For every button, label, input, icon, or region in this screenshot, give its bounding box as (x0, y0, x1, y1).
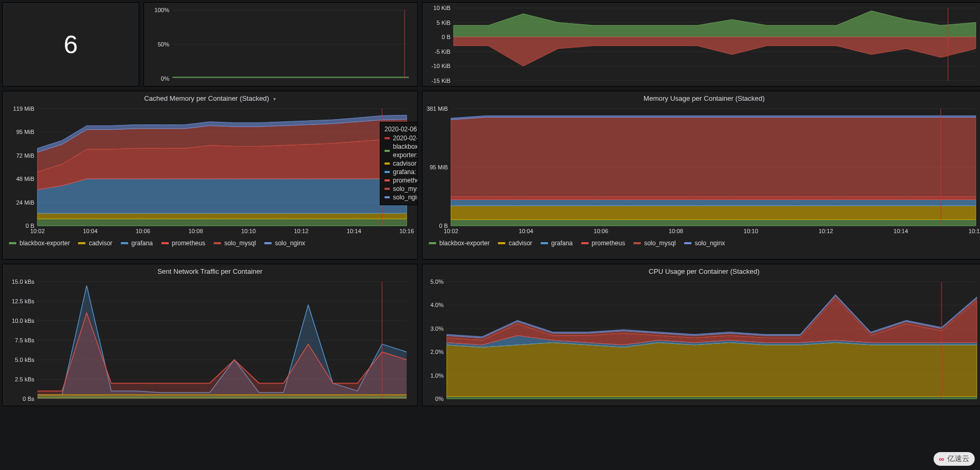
legend-label: blackbox-exporter (439, 239, 489, 247)
legend-label: solo_nginx (695, 239, 725, 247)
chart-cpu-usage: 0%1.0%2.0%3.0%4.0%5.0% (425, 279, 980, 402)
panel-memory-usage[interactable]: Memory Usage per Container (Stacked) 0 B… (422, 91, 980, 260)
chart-cached-memory: 0 B24 MiB48 MiB72 MiB95 MiB119 MiB10:021… (5, 105, 415, 237)
legend-swatch (9, 242, 16, 244)
tooltip-row: grafana:35.2 MiB (385, 168, 418, 176)
legend-swatch (121, 242, 128, 244)
panel-title: Sent Network Traffic per Container (5, 266, 415, 279)
svg-text:10:08: 10:08 (188, 228, 203, 234)
svg-text:3.0%: 3.0% (430, 325, 444, 332)
legend-label: prometheus (592, 239, 625, 247)
title-text: Cached Memory per Container (Stacked) (144, 94, 269, 102)
title-text: CPU Usage per Container (Stacked) (649, 267, 760, 275)
svg-text:48 MiB: 48 MiB (16, 176, 34, 182)
panel-title: CPU Usage per Container (Stacked) (425, 266, 980, 279)
panel-top-center[interactable]: 0%50%100% (143, 2, 418, 87)
tooltip-swatch (385, 196, 390, 198)
legend-swatch (541, 242, 548, 244)
legend-item-cadvisor[interactable]: cadvisor (498, 239, 532, 247)
svg-text:10:16: 10:16 (399, 228, 414, 234)
legend-item-solo_nginx[interactable]: solo_nginx (264, 239, 305, 247)
svg-text:5.0%: 5.0% (430, 279, 444, 285)
svg-text:0%: 0% (435, 396, 444, 402)
legend-item-solo_mysql[interactable]: solo_mysql (633, 239, 676, 247)
svg-text:10:12: 10:12 (819, 228, 833, 234)
svg-text:-15 KiB: -15 KiB (431, 78, 450, 84)
tooltip-series-name: cadvisor: (393, 159, 418, 168)
svg-text:10.0 kBs: 10.0 kBs (12, 318, 34, 324)
legend-swatch (214, 242, 221, 244)
legend-swatch (78, 242, 85, 244)
legend-item-solo_mysql[interactable]: solo_mysql (214, 239, 256, 247)
legend-swatch (161, 242, 169, 244)
svg-text:119 MiB: 119 MiB (13, 105, 34, 112)
legend-swatch (429, 242, 436, 244)
legend-item-grafana[interactable]: grafana (541, 239, 573, 247)
svg-text:5.0 kBs: 5.0 kBs (15, 357, 34, 363)
svg-text:10:06: 10:06 (594, 228, 609, 234)
svg-text:7.5 kBs: 7.5 kBs (15, 337, 34, 343)
svg-text:95 MiB: 95 MiB (16, 129, 34, 135)
svg-text:2.0%: 2.0% (430, 349, 444, 355)
legend-label: blackbox-exporter (20, 239, 70, 247)
svg-text:10:12: 10:12 (294, 228, 309, 234)
panel-top-right[interactable]: -15 KiB-10 KiB-5 KiB0 B5 KiB10 KiB (422, 2, 980, 87)
single-stat-value: 6 (5, 5, 137, 84)
chart-sent-traffic: 0 Bs2.5 kBs5.0 kBs7.5 kBs10.0 kBs12.5 kB… (5, 279, 415, 402)
svg-text:0 Bs: 0 Bs (23, 396, 35, 402)
legend-label: solo_mysql (224, 239, 256, 247)
svg-text:-10 KiB: -10 KiB (431, 63, 450, 69)
legend-item-grafana[interactable]: grafana (121, 239, 153, 247)
svg-text:24 MiB: 24 MiB (16, 199, 34, 206)
legend-label: cadvisor (89, 239, 112, 247)
tooltip-series-name: solo_mysql: (393, 185, 418, 193)
tooltip-series-name: blackbox-exporter: (393, 142, 418, 159)
svg-text:15.0 kBs: 15.0 kBs (12, 279, 34, 285)
legend-item-prometheus[interactable]: prometheus (581, 239, 625, 247)
legend-label: solo_mysql (644, 239, 676, 247)
svg-text:10:14: 10:14 (893, 228, 908, 234)
legend-swatch (684, 242, 691, 244)
tooltip: 2020-02-06 10:15:00 2020-02-06 10:14:30 … (380, 122, 418, 205)
tooltip-row: prometheus:39.5 MiB (385, 176, 418, 185)
svg-text:10:10: 10:10 (241, 228, 256, 234)
svg-text:1.0%: 1.0% (430, 372, 444, 379)
panel-cached-memory[interactable]: Cached Memory per Container (Stacked) ▾ … (2, 91, 418, 260)
tooltip-row: blackbox-exporter:7.0 MiB (385, 142, 418, 159)
chevron-down-icon[interactable]: ▾ (271, 96, 276, 102)
tooltip-swatch (385, 179, 390, 181)
svg-text:10:02: 10:02 (30, 228, 45, 234)
legend-label: cadvisor (508, 239, 532, 247)
tooltip-series-name: prometheus: (393, 176, 418, 185)
svg-text:100%: 100% (155, 7, 169, 13)
tooltip-series-name: grafana: (393, 168, 418, 176)
tooltip-series-name: solo_nginx: (393, 193, 418, 202)
legend-swatch (498, 242, 505, 244)
legend-item-blackbox-exporter[interactable]: blackbox-exporter (9, 239, 70, 247)
legend-swatch (581, 242, 589, 244)
legend-item-cadvisor[interactable]: cadvisor (78, 239, 112, 247)
legend-item-prometheus[interactable]: prometheus (161, 239, 205, 247)
title-text: Memory Usage per Container (Stacked) (643, 94, 765, 102)
tooltip-row: cadvisor:5.7 MiB (385, 159, 418, 168)
svg-text:10:16: 10:16 (968, 228, 980, 234)
svg-text:381 MiB: 381 MiB (427, 105, 448, 112)
tooltip-swatch (385, 171, 390, 173)
svg-text:10:02: 10:02 (444, 228, 458, 234)
panel-sent-traffic[interactable]: Sent Network Traffic per Container 0 Bs2… (2, 264, 418, 406)
legend-item-solo_nginx[interactable]: solo_nginx (684, 239, 725, 247)
tooltip-header-1: 2020-02-06 10:15:00 (385, 126, 418, 133)
legend-swatch (264, 242, 272, 244)
title-text: Sent Network Traffic per Container (157, 267, 262, 275)
watermark-text: 亿速云 (947, 454, 969, 464)
legend-item-blackbox-exporter[interactable]: blackbox-exporter (429, 239, 489, 247)
svg-text:50%: 50% (158, 41, 169, 47)
panel-cpu-usage[interactable]: CPU Usage per Container (Stacked) 0%1.0%… (422, 264, 980, 406)
panel-title: Cached Memory per Container (Stacked) ▾ (5, 93, 415, 105)
legend-label: grafana (551, 239, 573, 247)
panel-single-stat[interactable]: 6 (2, 2, 139, 87)
legend-label: prometheus (172, 239, 205, 247)
watermark-logo-icon: ∞ (939, 455, 944, 463)
legend-label: grafana (131, 239, 153, 247)
svg-text:10:04: 10:04 (83, 228, 98, 234)
